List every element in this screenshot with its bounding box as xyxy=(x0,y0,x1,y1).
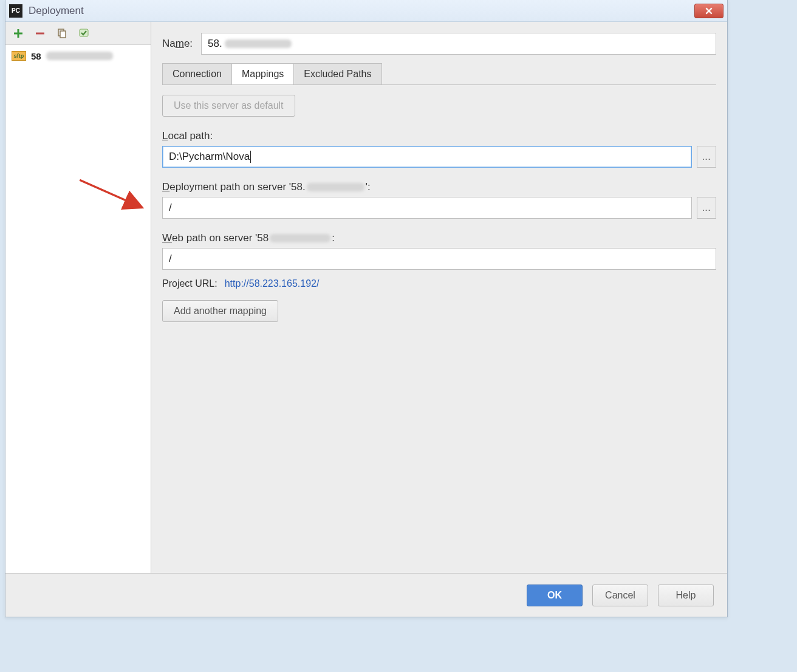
close-button[interactable] xyxy=(694,4,723,18)
window-title: Deployment xyxy=(29,5,84,17)
deployment-path-value: / xyxy=(169,202,172,214)
ok-button[interactable]: OK xyxy=(527,585,583,606)
copy-icon xyxy=(56,28,67,39)
obscured-text xyxy=(270,234,330,242)
use-as-default-button: Use this server as default xyxy=(162,95,295,117)
svg-rect-1 xyxy=(60,31,66,38)
obscured-text xyxy=(225,39,292,48)
sidebar: sftp 58 xyxy=(5,22,151,573)
sidebar-toolbar xyxy=(5,22,151,45)
add-another-mapping-button[interactable]: Add another mapping xyxy=(162,300,278,322)
cancel-button[interactable]: Cancel xyxy=(592,585,648,606)
tab-excluded-paths[interactable]: Excluded Paths xyxy=(294,64,381,84)
mappings-tab-content: Use this server as default Local path: D… xyxy=(162,84,716,573)
help-button[interactable]: Help xyxy=(658,585,714,606)
validate-button[interactable] xyxy=(77,27,91,40)
server-list: sftp 58 xyxy=(5,45,151,573)
main-panel: Name: 58. Connection Mappings Excluded P… xyxy=(151,22,727,573)
close-icon xyxy=(705,7,713,15)
dialog-footer: OK Cancel Help xyxy=(5,573,727,617)
add-server-button[interactable] xyxy=(12,27,25,40)
deployment-path-label: Deployment path on server '58. ': xyxy=(162,181,716,193)
remove-server-button[interactable] xyxy=(33,27,47,40)
browse-local-path-button[interactable]: ... xyxy=(697,146,716,168)
web-path-input[interactable]: / xyxy=(162,248,716,270)
app-icon: PC xyxy=(9,4,22,18)
deployment-dialog: PC Deployment xyxy=(5,0,728,617)
name-label: Name: xyxy=(162,38,193,50)
name-input[interactable]: 58. xyxy=(201,33,716,55)
copy-server-button[interactable] xyxy=(55,27,69,40)
titlebar: PC Deployment xyxy=(5,0,727,22)
sidebar-item-server[interactable]: sftp 58 xyxy=(5,47,151,64)
svg-rect-2 xyxy=(80,29,88,36)
local-path-value: D:\Pycharm\Nova xyxy=(169,151,250,163)
plus-icon xyxy=(13,28,24,39)
tabs: Connection Mappings Excluded Paths xyxy=(162,63,382,84)
browse-deployment-path-button[interactable]: ... xyxy=(697,197,716,219)
project-url-label: Project URL: xyxy=(162,278,217,289)
project-url-link[interactable]: http://58.223.165.192/ xyxy=(225,278,320,289)
obscured-text xyxy=(46,52,113,60)
minus-icon xyxy=(35,28,46,39)
obscured-text xyxy=(307,183,364,191)
local-path-input[interactable]: D:\Pycharm\Nova xyxy=(162,146,692,168)
name-input-value: 58. xyxy=(208,38,222,50)
tab-connection[interactable]: Connection xyxy=(163,64,232,84)
tab-mappings[interactable]: Mappings xyxy=(232,64,294,84)
web-path-value: / xyxy=(169,253,172,265)
server-name: 58 xyxy=(31,51,41,61)
local-path-label: Local path: xyxy=(162,130,716,142)
deployment-path-input[interactable]: / xyxy=(162,197,692,219)
sftp-badge-icon: sftp xyxy=(12,51,26,61)
check-icon xyxy=(78,28,89,39)
web-path-label: Web path on server '58 : xyxy=(162,232,716,244)
